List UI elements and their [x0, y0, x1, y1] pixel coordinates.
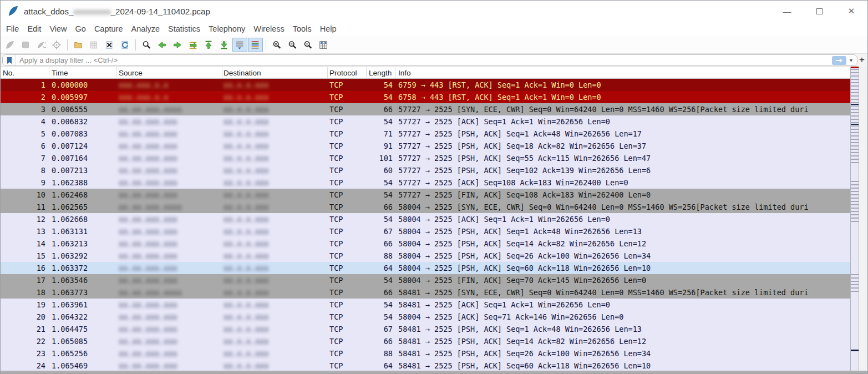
go-back-button[interactable] — [155, 38, 170, 52]
table-row[interactable]: 16 1.063372 xx.xx.xxx.xxx xx.x.x.xxx TCP… — [1, 262, 851, 274]
table-row[interactable]: 8 0.007213 xx.xx.xxx.xxx xx.x.x.xxx TCP … — [1, 164, 851, 176]
colorize-button[interactable] — [248, 38, 263, 52]
table-row[interactable]: 1 0.000000 xxx.xxx.x.x xx.x.x.xxx TCP 54… — [1, 79, 851, 91]
packet-destination-masked: xx.x.x.xxx — [222, 335, 328, 347]
table-row[interactable]: 10 1.062468 xx.xx.xxx.xxx xx.x.x.xxx TCP… — [1, 189, 851, 201]
packet-info: 58004 → 2525 [ACK] Seq=71 Ack=146 Win=26… — [395, 311, 851, 323]
close-button[interactable]: ✕ — [835, 1, 867, 22]
close-file-button[interactable] — [102, 38, 117, 52]
packet-source-masked: xx.xx.xxx.xxx — [117, 140, 222, 152]
capture-options-button[interactable] — [49, 38, 64, 52]
table-row[interactable]: 6 0.007124 xx.xx.xxx.xxx xx.x.x.xxx TCP … — [1, 140, 851, 152]
packet-protocol: TCP — [328, 115, 367, 128]
table-row[interactable]: 5 0.007083 xx.xx.xxx.xxx xx.x.x.xxx TCP … — [1, 128, 851, 140]
table-row[interactable]: 23 1.065256 xx.xx.xxx.xxx xx.x.x.xxx TCP… — [1, 347, 851, 360]
resize-columns-button[interactable] — [316, 38, 331, 52]
packet-source-masked: xxx.xxx.x.x — [117, 79, 222, 91]
column-header-destination[interactable]: Destination — [222, 67, 328, 78]
restart-capture-button[interactable] — [34, 38, 49, 52]
maximize-button[interactable] — [803, 1, 835, 22]
packet-time: 0.007124 — [49, 140, 117, 152]
table-row[interactable]: 9 1.062388 xx.xx.xxx.xxx xx.x.x.xxx TCP … — [1, 176, 851, 189]
packet-protocol: TCP — [328, 103, 367, 115]
packet-length: 101 — [367, 152, 395, 164]
table-row[interactable]: 11 1.062565 xx.xx.xxx.xxxx xx.x.x.xxx TC… — [1, 201, 851, 213]
table-row[interactable]: 14 1.063213 xx.xx.xxx.xxx xx.x.x.xxx TCP… — [1, 237, 851, 250]
menu-item-capture[interactable]: Capture — [94, 23, 129, 35]
packet-info: 58481 → 2525 [ACK] Seq=1 Ack=1 Win=26265… — [395, 299, 851, 311]
packet-destination-masked: xx.x.x.xxx — [222, 201, 328, 213]
packet-length: 60 — [367, 164, 395, 176]
scrollbar-minimap[interactable] — [850, 67, 859, 372]
apply-filter-button[interactable] — [832, 56, 846, 65]
table-row[interactable]: 15 1.063292 xx.xx.xxx.xxx xx.x.x.xxx TCP… — [1, 250, 851, 262]
table-row[interactable]: 20 1.064322 xx.xx.xxx.xxx xx.x.x.xxx TCP… — [1, 311, 851, 323]
packet-length: 54 — [367, 115, 395, 128]
zoom-in-button[interactable] — [270, 38, 285, 52]
minimize-button[interactable]: — — [771, 1, 803, 22]
green-up-arrow-bar-icon — [204, 40, 214, 50]
packet-time: 1.063292 — [49, 250, 117, 262]
table-row[interactable]: 24 1.065469 xx.xx.xxx.xxx xx.x.x.xxx TCP… — [1, 360, 851, 372]
column-header-protocol[interactable]: Protocol — [328, 67, 367, 78]
reload-file-button[interactable] — [118, 38, 133, 52]
table-row[interactable]: 22 1.065085 xx.xx.xxx.xxx xx.x.x.xxx TCP… — [1, 335, 851, 347]
packet-time: 1.063213 — [49, 237, 117, 250]
packet-destination-masked: xx.x.x.xxx — [222, 91, 328, 103]
packet-time: 1.063773 — [49, 286, 117, 299]
packet-info: 58481 → 2525 [PSH, ACK] Seq=26 Ack=100 W… — [395, 347, 851, 360]
table-row[interactable]: 13 1.063131 xx.xx.xxx.xxx xx.x.x.xxx TCP… — [1, 225, 851, 237]
main-toolbar — [1, 36, 867, 54]
start-capture-button[interactable] — [3, 38, 18, 52]
menu-item-file[interactable]: File — [6, 23, 25, 35]
table-row[interactable]: 19 1.063961 xx.xx.xxx.xxx xx.x.x.xxx TCP… — [1, 299, 851, 311]
menu-item-wireless[interactable]: Wireless — [253, 23, 291, 35]
normal-size-button[interactable] — [301, 38, 316, 52]
go-last-packet-button[interactable] — [217, 38, 232, 52]
filter-dropdown-caret[interactable]: ▾ — [850, 57, 852, 63]
table-row[interactable]: 4 0.006832 xx.xx.xxx.xxx xx.x.x.xxx TCP … — [1, 115, 851, 128]
packet-destination-masked: xx.x.x.xxx — [222, 189, 328, 201]
menu-item-view[interactable]: View — [49, 23, 73, 35]
packet-number: 14 — [1, 237, 49, 250]
menu-item-statistics[interactable]: Statistics — [168, 23, 206, 35]
packet-length: 71 — [367, 128, 395, 140]
table-row[interactable]: 3 0.006555 xx.xx.xxx.xxxx xx.x.x.xxx TCP… — [1, 103, 851, 115]
save-file-button[interactable] — [87, 38, 101, 52]
table-row[interactable]: 17 1.063546 xx.xx.xxx.xxx xx.x.x.xxx TCP… — [1, 274, 851, 286]
packet-destination-masked: xx.x.x.xxx — [222, 250, 328, 262]
table-row[interactable]: 18 1.063773 xx.xx.xxx.xxxx xx.x.x.xxx TC… — [1, 286, 851, 299]
column-header-length[interactable]: Length — [367, 67, 395, 78]
packet-destination-masked: xx.x.x.xxx — [222, 274, 328, 286]
menu-item-analyze[interactable]: Analyze — [131, 23, 166, 35]
packet-protocol: TCP — [328, 225, 367, 237]
stop-capture-button[interactable] — [18, 38, 33, 52]
packet-length: 54 — [367, 91, 395, 103]
table-row[interactable]: 12 1.062668 xx.xx.xxx.xxx xx.x.x.xxx TCP… — [1, 213, 851, 225]
open-file-button[interactable] — [71, 38, 86, 52]
column-header-source[interactable]: Source — [117, 67, 222, 78]
column-header-time[interactable]: Time — [49, 67, 117, 78]
menu-item-edit[interactable]: Edit — [27, 23, 47, 35]
column-header-no[interactable]: No. — [1, 67, 49, 78]
menu-item-telephony[interactable]: Telephony — [209, 23, 251, 35]
zoom-out-button[interactable] — [285, 38, 300, 52]
display-filter-input[interactable] — [16, 56, 832, 64]
table-row[interactable]: 21 1.064475 xx.xx.xxx.xxx xx.x.x.xxx TCP… — [1, 323, 851, 335]
go-to-packet-button[interactable] — [186, 38, 201, 52]
menu-item-help[interactable]: Help — [320, 23, 343, 35]
packet-length: 54 — [367, 213, 395, 225]
go-forward-button[interactable] — [170, 38, 185, 52]
menu-item-tools[interactable]: Tools — [293, 23, 318, 35]
filter-bookmark-button[interactable] — [3, 55, 16, 65]
packet-source-masked: xxx.xxx.x.x — [117, 91, 222, 103]
column-header-info[interactable]: Info — [395, 67, 851, 78]
table-row[interactable]: 2 0.005997 xxx.xxx.x.x xx.x.x.xxx TCP 54… — [1, 91, 851, 103]
table-row[interactable]: 7 0.007164 xx.xx.xxx.xxx xx.x.x.xxx TCP … — [1, 152, 851, 164]
auto-scroll-button[interactable] — [232, 38, 247, 52]
go-first-packet-button[interactable] — [201, 38, 216, 52]
menu-item-go[interactable]: Go — [75, 23, 92, 35]
add-filter-button[interactable]: + — [858, 55, 866, 65]
packet-source-masked: xx.xx.xxx.xxxx — [117, 201, 222, 213]
find-packet-button[interactable] — [139, 38, 154, 52]
